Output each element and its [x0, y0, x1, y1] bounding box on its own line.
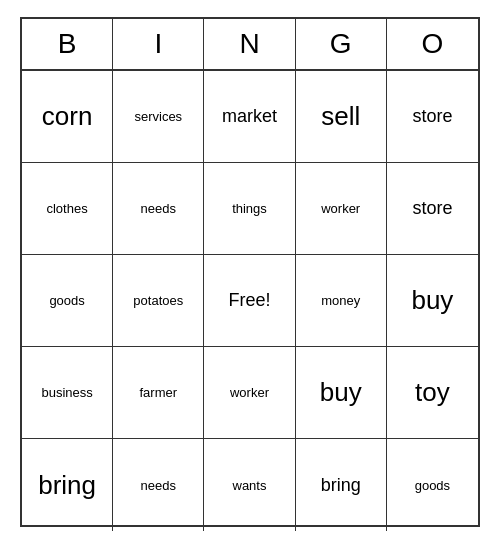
- bingo-cell-r0-c0: corn: [22, 71, 113, 163]
- bingo-cell-r4-c1: needs: [113, 439, 204, 531]
- cell-text-r0-c4: store: [412, 106, 452, 127]
- header-letter-i: I: [113, 19, 204, 69]
- bingo-cell-r4-c2: wants: [204, 439, 295, 531]
- cell-text-r2-c0: goods: [49, 293, 84, 308]
- cell-text-r4-c2: wants: [233, 478, 267, 493]
- header-letter-n: N: [204, 19, 295, 69]
- bingo-cell-r0-c1: services: [113, 71, 204, 163]
- header-letter-g: G: [296, 19, 387, 69]
- bingo-cell-r3-c2: worker: [204, 347, 295, 439]
- bingo-cell-r3-c4: toy: [387, 347, 478, 439]
- bingo-cell-r4-c3: bring: [296, 439, 387, 531]
- header-letter-o: O: [387, 19, 478, 69]
- bingo-cell-r0-c2: market: [204, 71, 295, 163]
- bingo-cell-r2-c4: buy: [387, 255, 478, 347]
- bingo-cell-r0-c3: sell: [296, 71, 387, 163]
- bingo-cell-r1-c2: things: [204, 163, 295, 255]
- bingo-cell-r0-c4: store: [387, 71, 478, 163]
- cell-text-r4-c4: goods: [415, 478, 450, 493]
- cell-text-r0-c0: corn: [42, 101, 93, 132]
- bingo-card: BINGO cornservicesmarketsellstoreclothes…: [20, 17, 480, 527]
- cell-text-r0-c3: sell: [321, 101, 360, 132]
- cell-text-r3-c4: toy: [415, 377, 450, 408]
- bingo-cell-r2-c1: potatoes: [113, 255, 204, 347]
- cell-text-r0-c2: market: [222, 106, 277, 127]
- bingo-cell-r1-c3: worker: [296, 163, 387, 255]
- cell-text-r1-c1: needs: [141, 201, 176, 216]
- cell-text-r1-c0: clothes: [46, 201, 87, 216]
- cell-text-r2-c2: Free!: [228, 290, 270, 311]
- bingo-grid: cornservicesmarketsellstoreclothesneedst…: [22, 71, 478, 531]
- header-letter-b: B: [22, 19, 113, 69]
- cell-text-r4-c1: needs: [141, 478, 176, 493]
- cell-text-r4-c3: bring: [321, 475, 361, 496]
- bingo-cell-r4-c0: bring: [22, 439, 113, 531]
- cell-text-r1-c4: store: [412, 198, 452, 219]
- cell-text-r1-c3: worker: [321, 201, 360, 216]
- cell-text-r3-c3: buy: [320, 377, 362, 408]
- cell-text-r2-c3: money: [321, 293, 360, 308]
- bingo-cell-r3-c0: business: [22, 347, 113, 439]
- bingo-cell-r1-c1: needs: [113, 163, 204, 255]
- bingo-cell-r2-c2: Free!: [204, 255, 295, 347]
- bingo-cell-r3-c1: farmer: [113, 347, 204, 439]
- bingo-header: BINGO: [22, 19, 478, 71]
- cell-text-r2-c4: buy: [411, 285, 453, 316]
- cell-text-r3-c2: worker: [230, 385, 269, 400]
- cell-text-r0-c1: services: [134, 109, 182, 124]
- cell-text-r3-c0: business: [41, 385, 92, 400]
- bingo-cell-r2-c0: goods: [22, 255, 113, 347]
- cell-text-r3-c1: farmer: [140, 385, 178, 400]
- bingo-cell-r3-c3: buy: [296, 347, 387, 439]
- cell-text-r2-c1: potatoes: [133, 293, 183, 308]
- bingo-cell-r1-c0: clothes: [22, 163, 113, 255]
- bingo-cell-r2-c3: money: [296, 255, 387, 347]
- bingo-cell-r1-c4: store: [387, 163, 478, 255]
- cell-text-r1-c2: things: [232, 201, 267, 216]
- bingo-cell-r4-c4: goods: [387, 439, 478, 531]
- cell-text-r4-c0: bring: [38, 470, 96, 501]
